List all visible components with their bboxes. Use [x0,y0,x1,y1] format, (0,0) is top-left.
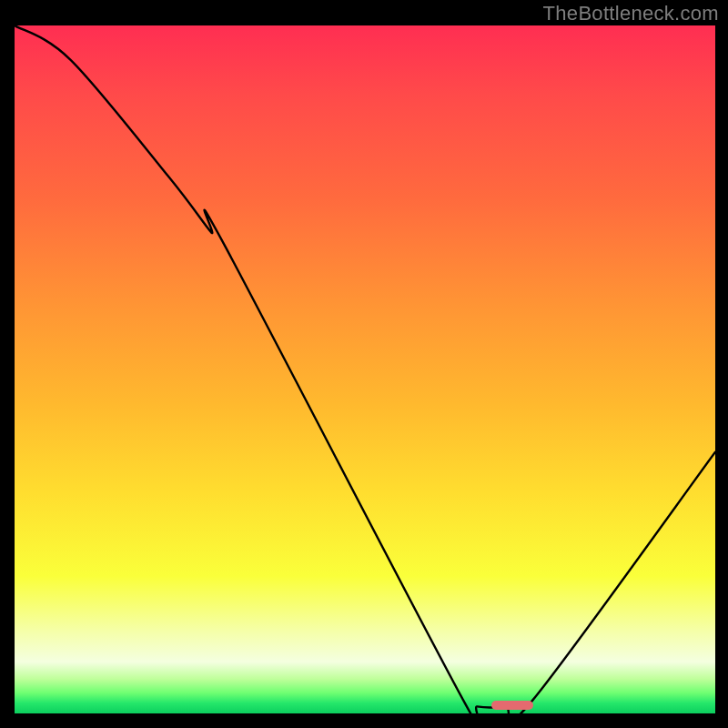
plot-area [15,25,715,713]
curve-layer [15,25,715,713]
watermark-label: TheBottleneck.com [543,2,719,25]
bottleneck-curve [15,25,715,713]
optimal-marker [491,701,533,711]
chart-frame: TheBottleneck.com [0,0,728,728]
